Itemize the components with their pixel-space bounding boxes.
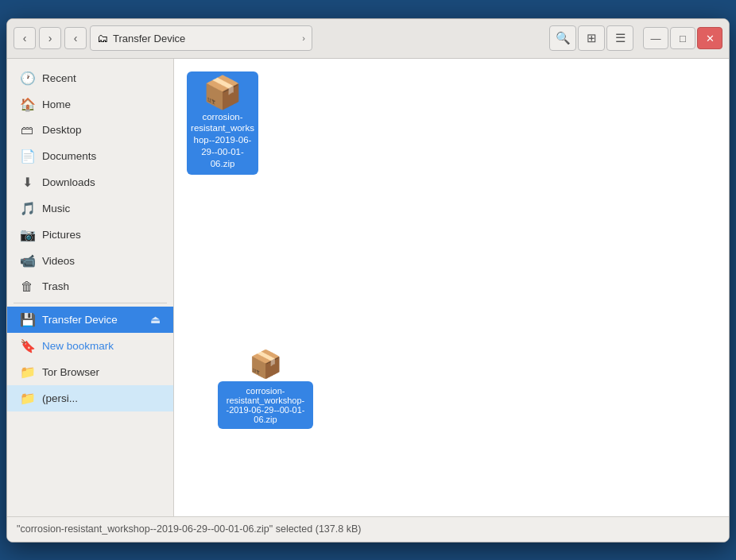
drag-ghost-icon: 📦 xyxy=(218,348,313,380)
view-grid-icon: ⊞ xyxy=(587,31,597,45)
sidebar-label-tor-browser: Tor Browser xyxy=(42,366,99,378)
desktop-icon: 🗃 xyxy=(20,123,34,137)
sidebar-label-pictures: Pictures xyxy=(42,229,81,241)
titlebar: ‹ › ‹ 🗂 Transfer Device › 🔍 ⊞ ☰ xyxy=(7,19,729,59)
back-button[interactable]: ‹ xyxy=(14,27,36,49)
location-arrow-icon: › xyxy=(302,33,305,43)
sidebar-divider xyxy=(14,303,167,303)
file-area: 📦 corrosion-resistant_workshop--2019-06-… xyxy=(174,59,729,516)
zip-file-label: corrosion-resistant_workshop--2019-06-29… xyxy=(190,111,255,171)
sidebar-label-desktop: Desktop xyxy=(42,124,82,136)
view-list-icon: ☰ xyxy=(615,31,626,45)
new-bookmark-icon: 🔖 xyxy=(20,338,34,353)
sidebar-item-videos[interactable]: 📹 Videos xyxy=(7,248,173,274)
persistent-icon: 📁 xyxy=(20,391,34,406)
tor-browser-icon: 📁 xyxy=(20,365,34,380)
sidebar-label-recent: Recent xyxy=(42,72,76,84)
maximize-icon: □ xyxy=(680,33,686,44)
documents-icon: 📄 xyxy=(20,149,34,164)
sidebar-label-downloads: Downloads xyxy=(42,176,95,188)
sidebar-label-trash: Trash xyxy=(42,280,69,292)
sidebar-label-new-bookmark: New bookmark xyxy=(42,340,114,352)
sidebar-item-persistent[interactable]: 📁 (persi... xyxy=(7,385,173,411)
videos-icon: 📹 xyxy=(20,253,34,268)
location-bar[interactable]: 🗂 Transfer Device › xyxy=(90,25,312,51)
sidebar-label-persistent: (persi... xyxy=(42,392,78,404)
close-button[interactable]: ✕ xyxy=(697,27,722,49)
prev-icon: ‹ xyxy=(74,32,78,44)
forward-button[interactable]: › xyxy=(39,27,61,49)
drag-tooltip: corrosion-resistant_workshop--2019-06-29… xyxy=(218,381,313,429)
music-icon: 🎵 xyxy=(20,201,34,216)
sidebar-label-music: Music xyxy=(42,203,70,214)
eject-icon[interactable]: ⏏ xyxy=(150,313,161,326)
location-text: Transfer Device xyxy=(113,33,185,44)
search-icon: 🔍 xyxy=(556,31,571,45)
location-folder-icon: 🗂 xyxy=(97,32,108,44)
forward-icon: › xyxy=(48,32,52,44)
sidebar-item-pictures[interactable]: 📷 Pictures xyxy=(7,222,173,248)
view-grid-button[interactable]: ⊞ xyxy=(578,25,605,51)
recent-icon: 🕐 xyxy=(20,71,34,86)
back-icon: ‹ xyxy=(23,32,27,44)
sidebar-label-transfer-device: Transfer Device xyxy=(42,314,118,326)
sidebar-item-recent[interactable]: 🕐 Recent xyxy=(7,65,173,91)
drag-ghost: 📦 corrosion-resistant_workshop--2019-06-… xyxy=(218,348,313,429)
close-icon: ✕ xyxy=(706,33,715,44)
statusbar: "corrosion-resistant_workshop--2019-06-2… xyxy=(7,516,729,542)
main-area: 🕐 Recent 🏠 Home 🗃 Desktop 📄 Documents ⬇ xyxy=(7,59,729,516)
minimize-icon: — xyxy=(651,33,661,44)
statusbar-text: "corrosion-resistant_workshop--2019-06-2… xyxy=(17,523,361,535)
sidebar-item-documents[interactable]: 📄 Documents xyxy=(7,143,173,169)
sidebar: 🕐 Recent 🏠 Home 🗃 Desktop 📄 Documents ⬇ xyxy=(7,59,174,516)
sidebar-item-home[interactable]: 🏠 Home xyxy=(7,91,173,118)
sidebar-item-new-bookmark[interactable]: 🔖 New bookmark xyxy=(7,333,173,359)
sidebar-item-downloads[interactable]: ⬇ Downloads xyxy=(7,169,173,195)
sidebar-label-videos: Videos xyxy=(42,255,75,267)
transfer-device-icon: 💾 xyxy=(20,312,34,327)
file-item-zip[interactable]: 📦 corrosion-resistant_workshop--2019-06-… xyxy=(187,71,258,176)
zip-file-icon: 📦 xyxy=(203,76,242,108)
view-list-button[interactable]: ☰ xyxy=(606,25,633,51)
sidebar-label-home: Home xyxy=(42,98,71,110)
home-icon: 🏠 xyxy=(20,97,34,112)
sidebar-item-music[interactable]: 🎵 Music xyxy=(7,195,173,222)
file-manager-window: ‹ › ‹ 🗂 Transfer Device › 🔍 ⊞ ☰ xyxy=(6,18,730,543)
window-controls: — □ ✕ xyxy=(643,27,722,49)
sidebar-item-tor-browser[interactable]: 📁 Tor Browser xyxy=(7,359,173,385)
downloads-icon: ⬇ xyxy=(20,175,34,190)
sidebar-item-trash[interactable]: 🗑 Trash xyxy=(7,274,173,299)
titlebar-actions: 🔍 ⊞ ☰ xyxy=(549,25,633,51)
minimize-button[interactable]: — xyxy=(643,27,668,49)
file-grid: 📦 corrosion-resistant_workshop--2019-06-… xyxy=(174,59,729,188)
search-button[interactable]: 🔍 xyxy=(549,25,576,51)
sidebar-item-transfer-device[interactable]: 💾 Transfer Device ⏏ xyxy=(7,307,173,333)
pictures-icon: 📷 xyxy=(20,227,34,242)
sidebar-item-desktop[interactable]: 🗃 Desktop xyxy=(7,118,173,143)
trash-icon: 🗑 xyxy=(20,280,34,294)
maximize-button[interactable]: □ xyxy=(670,27,695,49)
sidebar-label-documents: Documents xyxy=(42,150,96,162)
prev-button[interactable]: ‹ xyxy=(64,27,87,49)
